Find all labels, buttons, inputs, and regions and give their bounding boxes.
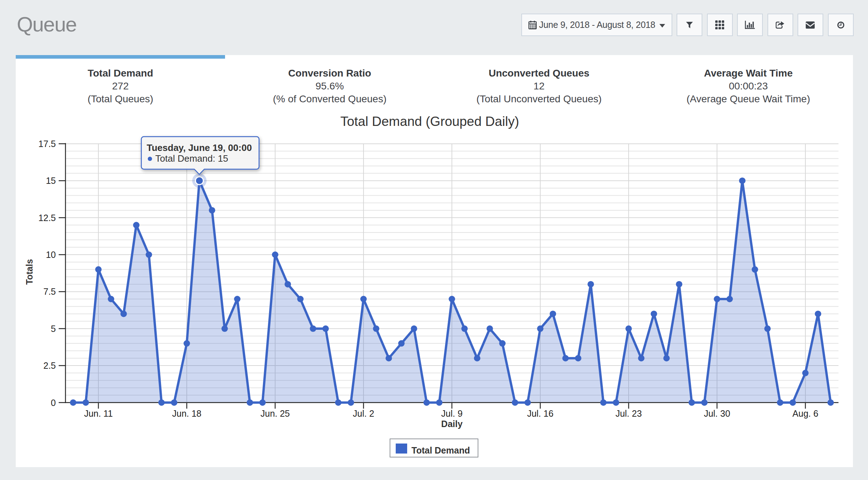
svg-text:10: 10	[46, 250, 56, 260]
svg-text:Daily: Daily	[441, 419, 463, 429]
svg-text:7.5: 7.5	[43, 286, 56, 297]
svg-text:15: 15	[46, 176, 56, 186]
svg-text:5: 5	[51, 324, 56, 334]
svg-text:Tuesday, June 19, 00:00: Tuesday, June 19, 00:00	[147, 142, 252, 153]
svg-text:2.5: 2.5	[43, 361, 56, 371]
svg-text:Jun. 18: Jun. 18	[172, 408, 201, 418]
svg-text:Total Demand: 15: Total Demand: 15	[155, 153, 228, 164]
svg-text:Aug. 6: Aug. 6	[793, 408, 818, 418]
svg-text:Jun. 25: Jun. 25	[260, 408, 290, 418]
svg-text:12.5: 12.5	[38, 213, 56, 223]
svg-text:Jul. 2: Jul. 2	[353, 408, 374, 418]
svg-text:Jul. 30: Jul. 30	[704, 408, 730, 418]
svg-text:Jul. 16: Jul. 16	[527, 408, 554, 418]
svg-text:Jul. 9: Jul. 9	[441, 408, 463, 418]
svg-text:0: 0	[51, 398, 56, 408]
svg-text:Jul. 23: Jul. 23	[615, 408, 642, 418]
svg-text:17.5: 17.5	[38, 139, 56, 149]
svg-text:Jun. 11: Jun. 11	[84, 408, 113, 418]
svg-text:Totals: Totals	[24, 259, 34, 285]
svg-text:Total Demand: Total Demand	[411, 445, 470, 455]
svg-text:Total Demand (Grouped Daily): Total Demand (Grouped Daily)	[340, 114, 519, 129]
